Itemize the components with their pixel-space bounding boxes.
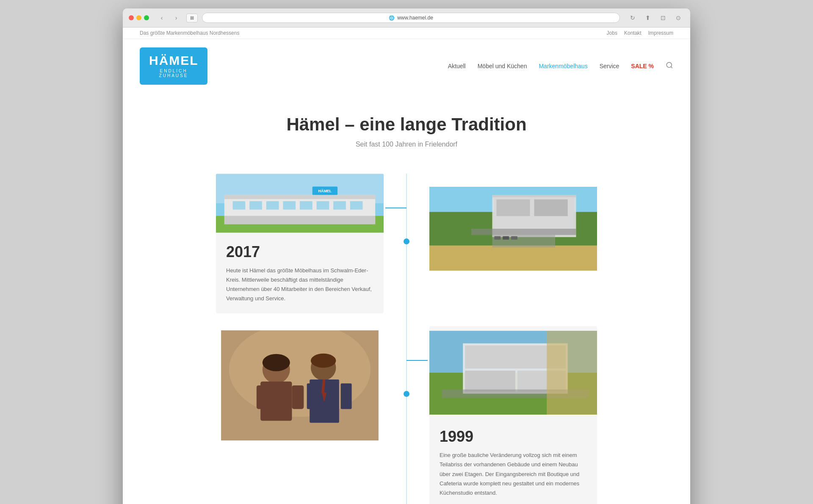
browser-window: ‹ › ⊞ 🌐 www.haemel.de ↻ ⬆ ⊡ ⊙ Das größte… — [123, 8, 690, 504]
timeline-dot-2 — [404, 391, 409, 397]
timeline-dot-1 — [404, 238, 409, 244]
aerial-image-2017 — [429, 182, 597, 275]
hero-subtitle: Seit fast 100 Jahren in Frielendorf — [140, 141, 673, 148]
svg-rect-45 — [292, 385, 304, 409]
timeline-section: HÄMEL 2017 Heute ist Hämel das größte Mö… — [123, 165, 690, 504]
timeline-year-1999: 1999 — [440, 428, 587, 446]
logo[interactable]: HÄMEL ENDLICH ZUHAUSE — [140, 47, 207, 85]
timeline-spacer-2 — [384, 326, 429, 397]
browser-dots — [129, 15, 149, 20]
hero-title: Hämel – eine lange Tradition — [140, 114, 673, 135]
svg-rect-17 — [224, 216, 375, 224]
svg-rect-11 — [300, 201, 312, 210]
timeline-text-2017: 2017 Heute ist Hämel das größte Möbelhau… — [216, 235, 384, 313]
url-text: www.haemel.de — [397, 15, 433, 21]
forward-button[interactable]: › — [170, 14, 182, 22]
nav-mobel[interactable]: Möbel und Küchen — [478, 63, 527, 69]
svg-rect-9 — [266, 201, 279, 210]
address-bar[interactable]: 🌐 www.haemel.de — [202, 13, 620, 23]
svg-rect-38 — [547, 331, 597, 415]
timeline-year-2017: 2017 — [226, 243, 373, 261]
timeline-container: HÄMEL 2017 Heute ist Hämel das größte Mö… — [216, 174, 597, 504]
svg-rect-8 — [249, 201, 262, 210]
svg-rect-7 — [233, 201, 246, 210]
jobs-link[interactable]: Jobs — [607, 30, 617, 36]
browser-toolbar: ‹ › ⊞ 🌐 www.haemel.de ↻ ⬆ ⊡ ⊙ — [123, 8, 690, 28]
reload-button[interactable]: ↻ — [627, 14, 639, 22]
minimize-dot[interactable] — [136, 15, 141, 20]
svg-rect-28 — [494, 236, 501, 240]
svg-rect-27 — [492, 235, 556, 248]
search-icon[interactable] — [666, 61, 673, 71]
hero-section: Hämel – eine lange Tradition Seit fast 1… — [123, 93, 690, 165]
svg-point-53 — [311, 354, 336, 368]
close-dot[interactable] — [129, 15, 134, 20]
aerial-image-1999-main — [429, 326, 597, 419]
svg-rect-10 — [283, 201, 296, 210]
maximize-dot[interactable] — [144, 15, 149, 20]
timeline-spacer-1 — [384, 174, 429, 244]
main-nav: Aktuell Möbel und Küchen Markenmöbelhaus… — [448, 61, 673, 71]
svg-line-1 — [671, 66, 672, 68]
svg-rect-49 — [341, 384, 352, 409]
site-slogan: Das größte Markenmöbelhaus Nordhessens — [140, 30, 239, 36]
svg-rect-25 — [534, 199, 568, 216]
timeline-card-1999: 1999 Eine große bauliche Veränderung vol… — [429, 326, 597, 504]
svg-rect-35 — [465, 371, 515, 392]
svg-rect-24 — [496, 199, 530, 216]
browser-actions: ↻ ⬆ ⊡ ⊙ — [627, 14, 684, 22]
svg-rect-20 — [429, 246, 597, 271]
timeline-row-1999: 1999 Eine große bauliche Veränderung vol… — [216, 326, 597, 504]
imprint-link[interactable]: Impressum — [648, 30, 673, 36]
tabs-button[interactable]: ⊡ — [657, 14, 669, 22]
nav-service[interactable]: Service — [600, 63, 619, 69]
share-button[interactable]: ⬆ — [642, 14, 654, 22]
nav-sale[interactable]: SALE % — [631, 63, 654, 69]
svg-point-0 — [666, 62, 672, 67]
timeline-card-2017: HÄMEL 2017 Heute ist Hämel das größte Mö… — [216, 174, 384, 313]
svg-rect-26 — [471, 229, 576, 235]
browser-tab[interactable]: ⊞ — [186, 14, 198, 22]
svg-rect-29 — [503, 236, 509, 240]
nav-marken[interactable]: Markenmöbelhaus — [539, 63, 587, 69]
connector-left-1 — [385, 208, 406, 208]
svg-rect-13 — [333, 201, 346, 210]
top-bar: Das größte Markenmöbelhaus Nordhessens J… — [123, 28, 690, 39]
tab-icon: ⊞ — [190, 15, 194, 21]
people-image-1999 — [216, 330, 384, 440]
svg-point-52 — [263, 354, 290, 371]
contact-link[interactable]: Kontakt — [624, 30, 642, 36]
back-button[interactable]: ‹ — [156, 14, 168, 22]
connector-right-2 — [406, 360, 428, 361]
svg-rect-22 — [492, 195, 576, 197]
nav-aktuell[interactable]: Aktuell — [448, 63, 466, 69]
svg-rect-14 — [350, 201, 363, 210]
lock-icon: 🌐 — [389, 15, 395, 21]
site-header: HÄMEL ENDLICH ZUHAUSE Aktuell Möbel und … — [123, 39, 690, 93]
svg-rect-44 — [257, 385, 268, 409]
browser-nav: ‹ › — [156, 14, 182, 22]
timeline-text-1999: 1999 Eine große bauliche Veränderung vol… — [429, 419, 597, 504]
menu-button[interactable]: ⊙ — [672, 14, 684, 22]
timeline-empty-1 — [429, 174, 597, 277]
timeline-desc-2017: Heute ist Hämel das größte Möbelhaus im … — [226, 266, 373, 303]
building-image-2017: HÄMEL — [216, 174, 384, 233]
top-bar-links: Jobs Kontakt Impressum — [607, 30, 673, 36]
svg-rect-30 — [511, 236, 517, 240]
timeline-row-2017: HÄMEL 2017 Heute ist Hämel das größte Mö… — [216, 174, 597, 313]
logo-subtitle: ENDLICH ZUHAUSE — [149, 69, 198, 78]
timeline-desc-1999: Eine große bauliche Veränderung vollzog … — [440, 451, 587, 497]
svg-rect-12 — [317, 201, 329, 210]
svg-rect-6 — [224, 195, 375, 199]
logo-title: HÄMEL — [149, 54, 198, 67]
svg-text:HÄMEL: HÄMEL — [318, 189, 332, 193]
timeline-empty-2 — [216, 326, 384, 440]
svg-rect-48 — [307, 384, 318, 409]
website-content: Das größte Markenmöbelhaus Nordhessens J… — [123, 28, 690, 504]
